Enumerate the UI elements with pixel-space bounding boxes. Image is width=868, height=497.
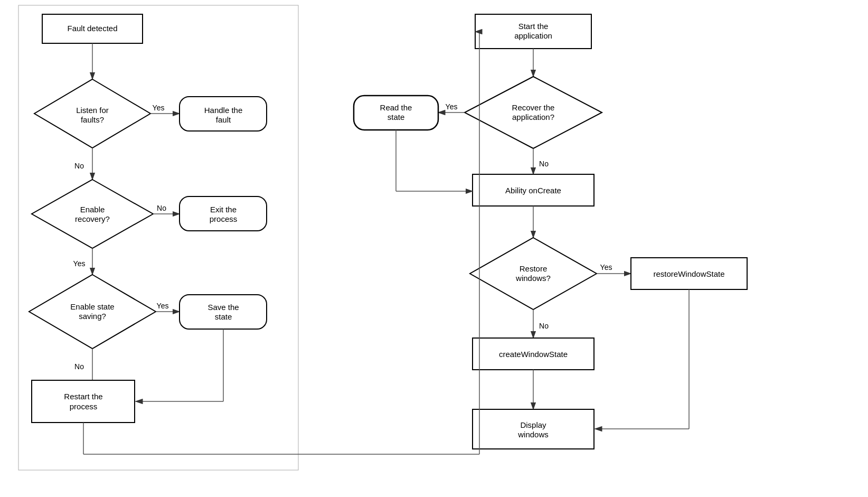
read-state-label2: state <box>388 112 405 121</box>
read-state-label: Read the <box>380 103 412 112</box>
no1-label: No <box>74 162 84 170</box>
enable-recovery-label: Enable <box>80 205 105 214</box>
start-app-label2: application <box>514 31 552 40</box>
no2-label: No <box>157 204 166 212</box>
enable-state-saving-label2: saving? <box>79 312 106 321</box>
enable-state-saving-label: Enable state <box>70 302 114 311</box>
restart-process-label2: process <box>70 402 98 411</box>
yes2-label: Yes <box>73 259 86 268</box>
restore-windows-label: Restore <box>520 264 548 273</box>
restore-window-state-label: restoreWindowState <box>653 269 724 278</box>
start-app-label: Start the <box>518 22 549 31</box>
save-state-label: Save the <box>207 303 239 312</box>
no3-label: No <box>74 362 84 371</box>
fault-detected-label: Fault detected <box>67 24 117 33</box>
yes3-label: Yes <box>157 302 169 310</box>
exit-process-label: Exit the <box>210 205 237 214</box>
create-window-state-label: createWindowState <box>499 350 568 359</box>
no-recover-label: No <box>539 160 549 168</box>
recover-app-label2: application? <box>512 112 554 121</box>
yes-recover-label: Yes <box>446 102 458 111</box>
yes-restore-label: Yes <box>600 263 612 271</box>
listen-faults-label2: faults? <box>81 115 104 124</box>
exit-process-label2: process <box>210 214 238 223</box>
listen-faults-label: Listen for <box>76 106 109 115</box>
yes1-label: Yes <box>153 104 165 112</box>
display-windows-label2: windows <box>517 430 549 439</box>
save-state-label2: state <box>215 312 232 321</box>
restart-process-label: Restart the <box>64 392 102 401</box>
display-windows-label: Display <box>520 420 546 429</box>
recover-app-label: Recover the <box>512 103 555 112</box>
ability-oncreate-label: Ability onCreate <box>505 186 561 195</box>
enable-recovery-label2: recovery? <box>75 214 110 223</box>
handle-fault-label: Handle the <box>204 106 243 115</box>
no-restore-label: No <box>539 322 549 330</box>
handle-fault-label2: fault <box>216 115 231 124</box>
restore-windows-label2: windows? <box>515 274 551 283</box>
